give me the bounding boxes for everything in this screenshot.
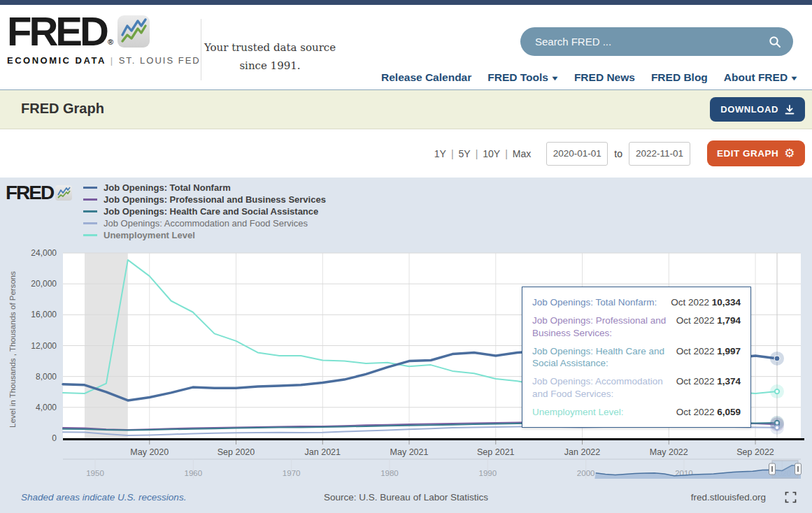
tooltip-value: Oct 2022 1,374 — [676, 375, 741, 400]
y-tick-label: 4,000 — [36, 403, 57, 412]
chevron-down-icon: ▼ — [550, 75, 560, 82]
graph-panel: FRED Job Openings: Total NonfarmJob Open… — [0, 178, 812, 513]
legend-swatch — [83, 234, 97, 236]
y-tick-label: 0 — [52, 433, 57, 443]
legend-item: Job Openings: Health Care and Social Ass… — [83, 205, 326, 217]
range-link-5y[interactable]: 5Y — [459, 148, 471, 159]
tooltip-series-label: Job Openings: Professional and Business … — [532, 315, 676, 339]
legend-label: Job Openings: Accommodation and Food Ser… — [104, 218, 308, 229]
y-tick-label: 24,000 — [31, 248, 57, 258]
x-tick-label: Sep 2022 — [736, 447, 774, 457]
fred-logo[interactable]: FRED ® ECONOMIC DATA|ST. LOUIS FED — [7, 13, 201, 66]
decade-label: 1970 — [283, 469, 301, 477]
fred-logo-text: FRED — [7, 13, 106, 49]
search-input[interactable] — [535, 36, 769, 48]
download-icon — [785, 105, 795, 115]
decade-label: 1960 — [185, 469, 203, 477]
decade-label: 1980 — [380, 469, 399, 477]
tooltip-row: Job Openings: Health Care and Social Ass… — [532, 345, 741, 370]
start-date-input[interactable] — [546, 142, 608, 166]
tagline: Your trusted data source since 1991. — [201, 38, 339, 75]
legend-item: Job Openings: Total Nonfarm — [83, 182, 326, 194]
decade-label: 1990 — [479, 469, 497, 477]
range-selected-window[interactable] — [772, 461, 798, 478]
legend-item: Job Openings: Professional and Business … — [83, 194, 326, 205]
site-header: FRED ® ECONOMIC DATA|ST. LOUIS FED Your … — [0, 5, 812, 89]
top-accent-bar — [0, 0, 812, 5]
x-tick-label: May 2020 — [130, 447, 169, 457]
legend-item: Unemployment Level — [83, 229, 326, 241]
y-tick-label: 20,000 — [31, 279, 57, 289]
date-to-label: to — [614, 148, 622, 159]
range-link-1y[interactable]: 1Y — [434, 148, 446, 159]
nav-item-fred-news[interactable]: FRED News — [574, 71, 635, 84]
x-tick-label: May 2022 — [650, 447, 688, 457]
graph-controls: 1Y|5Y|10Y|Max to EDIT GRAPH ⚙ — [0, 129, 812, 178]
main-nav: Release CalendarFRED Tools▼FRED NewsFRED… — [381, 71, 797, 84]
y-tick-label: 8,000 — [36, 372, 57, 382]
watermark-chart-icon — [55, 185, 72, 201]
legend-swatch — [83, 198, 97, 201]
legend-label: Job Openings: Total Nonfarm — [104, 182, 231, 193]
tooltip-value: Oct 2022 1,794 — [676, 315, 741, 339]
page-title: FRED Graph — [21, 101, 104, 117]
marker-dot — [775, 426, 779, 430]
tooltip-row: Job Openings: Accommodation and Food Ser… — [532, 375, 741, 400]
download-button[interactable]: DOWNLOAD — [710, 97, 805, 122]
range-link-10y[interactable]: 10Y — [483, 148, 500, 159]
y-tick-label: 12,000 — [31, 341, 57, 351]
decade-label: 2000 — [577, 469, 595, 477]
legend-item: Job Openings: Accommodation and Food Ser… — [83, 217, 326, 229]
tagline-line2: since 1991. — [201, 57, 339, 75]
nav-item-release-calendar[interactable]: Release Calendar — [381, 71, 471, 84]
registered-mark: ® — [108, 38, 113, 46]
tooltip-row: Job Openings: Total Nonfarm:Oct 2022 10,… — [532, 296, 741, 308]
chart-legend: Job Openings: Total NonfarmJob Openings:… — [83, 182, 326, 241]
tagline-line1: Your trusted data source — [201, 38, 339, 57]
tooltip-value: Oct 2022 1,997 — [676, 345, 741, 370]
legend-swatch — [83, 222, 97, 224]
end-date-input[interactable] — [629, 142, 690, 166]
graph-title-bar: FRED Graph DOWNLOAD — [0, 89, 812, 129]
legend-label: Job Openings: Health Care and Social Ass… — [104, 206, 318, 217]
tooltip-row: Job Openings: Professional and Business … — [532, 315, 741, 339]
search-bar[interactable] — [520, 27, 793, 56]
logo-subtitle: ECONOMIC DATA|ST. LOUIS FED — [7, 55, 201, 66]
edit-graph-button[interactable]: EDIT GRAPH ⚙ — [707, 140, 805, 166]
decade-label: 1950 — [86, 469, 104, 477]
x-tick-label: Sep 2020 — [218, 447, 255, 457]
range-link-max[interactable]: Max — [513, 148, 531, 159]
chart-watermark: FRED — [6, 182, 72, 204]
watermark-fred-text: FRED — [6, 182, 53, 204]
fullscreen-icon[interactable] — [785, 491, 797, 505]
panel-footer: Shaded areas indicate U.S. recessions. S… — [0, 486, 812, 513]
site-url: fred.stlouisfed.org — [691, 492, 766, 503]
nav-item-fred-tools[interactable]: FRED Tools▼ — [487, 71, 558, 84]
nav-item-fred-blog[interactable]: FRED Blog — [651, 71, 708, 84]
chevron-down-icon: ▼ — [790, 75, 799, 82]
fred-chart-icon — [117, 15, 150, 48]
tooltip-series-label: Unemployment Level: — [532, 406, 676, 418]
legend-label: Job Openings: Professional and Business … — [104, 194, 326, 205]
x-tick-label: Sep 2021 — [477, 447, 515, 457]
x-tick-label: Jan 2022 — [564, 447, 600, 457]
tooltip-series-label: Job Openings: Accommodation and Food Ser… — [532, 375, 676, 400]
marker-dot — [775, 389, 779, 393]
gear-icon: ⚙ — [784, 146, 795, 161]
nav-item-about-fred[interactable]: About FRED▼ — [724, 71, 797, 84]
tooltip-value: Oct 2022 10,334 — [671, 296, 741, 308]
x-tick-label: May 2021 — [390, 447, 429, 457]
range-links: 1Y|5Y|10Y|Max — [434, 148, 532, 159]
y-tick-label: 16,000 — [31, 310, 57, 319]
tooltip-value: Oct 2022 6,059 — [676, 406, 741, 418]
x-tick-label: Jan 2021 — [305, 447, 341, 457]
tooltip-row: Unemployment Level:Oct 2022 6,059 — [532, 406, 741, 418]
legend-swatch — [83, 210, 97, 212]
marker-dot — [774, 356, 780, 361]
legend-label: Unemployment Level — [104, 230, 195, 240]
chart-tooltip: Job Openings: Total Nonfarm:Oct 2022 10,… — [522, 287, 751, 428]
legend-swatch — [83, 187, 97, 189]
search-icon[interactable] — [769, 36, 781, 48]
tooltip-series-label: Job Openings: Total Nonfarm: — [532, 296, 671, 308]
tooltip-series-label: Job Openings: Health Care and Social Ass… — [532, 345, 676, 370]
